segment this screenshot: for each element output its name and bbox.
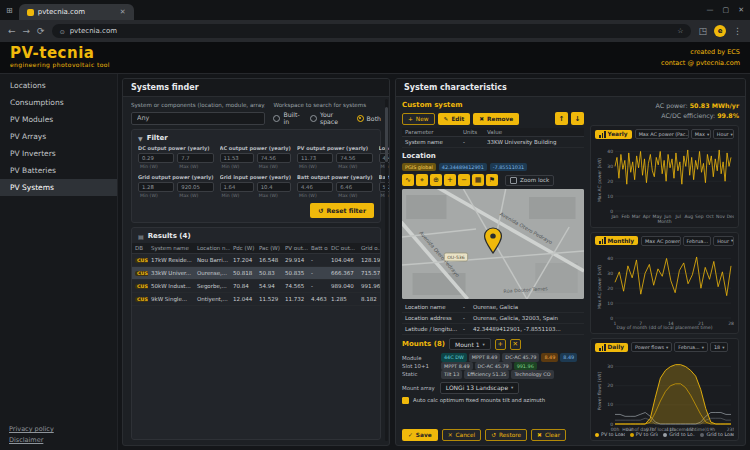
mount-select[interactable]: Mount 1 ▾ [449,338,491,350]
pgis-chip[interactable]: PGIS global [402,163,436,171]
filter-max-input[interactable]: 920.05 [177,182,213,192]
window-close-icon[interactable]: ✕ [738,6,744,14]
filter-max-input[interactable]: 10.4 [257,182,291,192]
sidebar-item[interactable]: PV Systems [0,179,117,196]
chart-option-select[interactable]: Max AC power (Pac...▾ [635,129,689,139]
sidebar-item[interactable]: PV Inverters [0,145,117,162]
filter-max-hint: Max (W) [177,193,213,198]
pin-icon[interactable]: ⚑ [486,174,498,186]
longitude-chip: -7.85511031 [490,163,527,171]
results-column-header[interactable]: DC out... [328,243,358,254]
mount-array-select[interactable]: LONGi 13 Landscape ▾ [440,382,520,394]
new-system-button[interactable]: + New [402,113,435,125]
workspace-radio[interactable]: Built-in [273,111,301,125]
forward-icon[interactable]: → [23,26,31,36]
sidebar-item[interactable]: PV Modules [0,111,117,128]
filter-max-input[interactable]: 6.46 [336,182,372,192]
results-column-header[interactable]: Pdc (W) [230,243,256,254]
results-column-header[interactable]: DB [132,243,148,254]
auto-calc-checkbox[interactable]: Auto calc optimum fixed mounts tilt and … [402,397,584,404]
svg-text:30: 30 [607,164,613,169]
footer-link[interactable]: Disclaimer [9,436,108,444]
zoom-in-icon[interactable]: + [444,174,456,186]
table-row[interactable]: CUS 17kW Reside...Nou Barri...17.20416.5… [132,254,381,267]
yearly-chart-badge[interactable]: Yearly [595,130,632,139]
zoom-out-icon[interactable]: − [458,174,470,186]
monthly-chart-badge[interactable]: Monthly [595,236,638,245]
reload-icon[interactable]: ⟳ [37,26,45,36]
window-minimize-icon[interactable]: — [707,6,714,14]
results-column-header[interactable]: Grid o... [358,243,381,254]
add-mount-button[interactable]: + [495,339,506,350]
tab-search-icon[interactable]: ⊞ [6,6,13,15]
address-bar[interactable]: ⊙ pvtecnia.com ☆ [52,24,692,38]
menu-icon[interactable]: ⋮ [733,26,742,36]
results-column-header[interactable]: Location n... [194,243,230,254]
remove-mount-button[interactable]: ✕ [510,339,521,350]
results-column-header[interactable]: System name [148,243,194,254]
location-map[interactable]: Avenida Otero Pedrayo Avenida Otero Pedr… [402,189,584,299]
app-logo[interactable]: PV-tecnia engineering photovoltaic tool [10,46,110,68]
zoom-lock-checkbox[interactable]: Zoom lock [505,175,554,186]
site-info-icon[interactable]: ⊙ [60,28,65,35]
daily-chart-badge[interactable]: Daily [595,343,628,352]
filter-min-input[interactable]: 1.28 [138,182,174,192]
sidebar-item[interactable]: Locations [0,77,117,94]
window-maximize-icon[interactable]: ▢ [723,6,730,14]
chart-option-select[interactable]: Power flows▾ [631,342,672,352]
scrollbar-thumb[interactable] [385,107,388,162]
filter-max-input[interactable]: 74.56 [257,153,291,163]
tab-close-icon[interactable]: ✕ [120,8,126,16]
table-row[interactable]: CUS 33kW Univer...Ourense,...50.81850.83… [132,267,381,280]
back-icon[interactable]: ← [8,26,16,36]
chart-option-select[interactable]: Hour▾ [713,236,734,246]
globe-icon[interactable]: ⊕ [430,174,442,186]
remove-system-button[interactable]: ✖ Remove [473,113,519,125]
footer-link[interactable]: Privacy policy [9,425,108,433]
filter-max-input[interactable]: 74.56 [336,153,372,163]
sidebar-item[interactable]: PV Batteries [0,162,117,179]
table-row[interactable]: CUS 9kW Single...Ontiyent,...12.04411.52… [132,293,381,306]
filter-max-input[interactable]: 7.7 [177,153,213,163]
sidebar-item[interactable]: PV Arrays [0,128,117,145]
edit-system-button[interactable]: ✎ Edit [438,113,471,125]
results-column-header[interactable]: PV out... [282,243,308,254]
layers-icon[interactable]: ▦ [472,174,484,186]
chart-line-icon[interactable]: ∿ [402,174,414,186]
filter-min-input[interactable]: 11.73 [297,153,333,163]
browser-tab[interactable]: pvtecnia.com ✕ [19,4,134,20]
location-info-row: Latitude / longitu...-42.34489412901, -7… [402,324,584,335]
results-column-header[interactable]: Batt o... [308,243,328,254]
chart-option-select[interactable]: Hour▾ [713,129,734,139]
results-column-header[interactable]: Pac (W) [256,243,282,254]
system-search-input[interactable] [131,112,265,125]
scrollbar[interactable] [385,99,388,441]
profile-avatar[interactable]: e [714,25,726,37]
upload-button[interactable]: ↑ [555,112,568,125]
chart-option-select[interactable]: Max▾ [691,129,711,139]
chart-option-select[interactable]: Max AC power▾ [641,236,680,246]
filter-min-input[interactable]: 11.53 [220,153,254,163]
chart-option-select[interactable]: 18▾ [710,342,729,352]
tab-strip: ⊞ pvtecnia.com ✕ — ▢ ✕ [0,0,750,20]
workspace-radio[interactable]: Both [357,115,381,122]
chart-option-select[interactable]: Februa...▾ [674,342,708,352]
chart-option-select[interactable]: Februa...▾ [683,236,712,246]
cancel-button[interactable]: ✕ Cancel [442,429,482,441]
crosshair-icon[interactable]: ⌖ [416,174,428,186]
save-button[interactable]: ✓ Save [402,429,438,441]
reset-filter-button[interactable]: ↺ Reset filter [310,203,374,218]
filter-min-input[interactable]: 4.46 [297,182,333,192]
filter-field: Grid input power (yearly) 1.64 10.4 Min … [220,174,291,198]
sidebar-item[interactable]: Consumptions [0,94,117,111]
restore-button[interactable]: ↺ Restore [485,429,527,441]
filter-min-input[interactable]: 1.64 [220,182,254,192]
clear-button[interactable]: ✖ Clear [531,429,566,441]
filter-min-input[interactable]: 0.29 [138,153,174,163]
workspace-radio[interactable]: Your space [310,111,349,125]
mount-chip: Tilt 13 [441,370,462,378]
extensions-icon[interactable]: ◳ [698,26,707,36]
bookmark-star-icon[interactable]: ☆ [677,27,683,35]
table-row[interactable]: CUS 50kW Indust...Segorbe,...70.8454.94 … [132,280,381,293]
download-button[interactable]: ↓ [571,112,584,125]
